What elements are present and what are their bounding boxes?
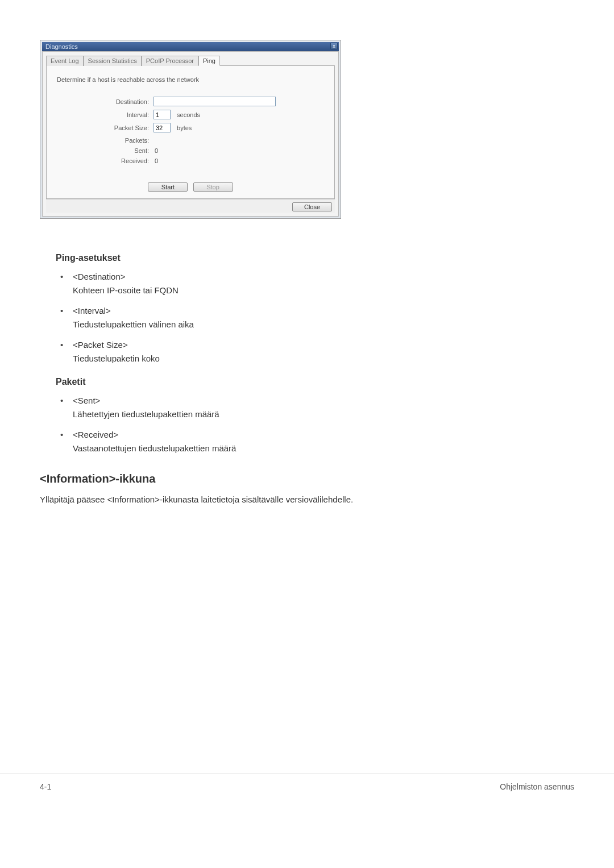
close-button[interactable]: Close <box>292 202 332 211</box>
packetsize-input[interactable] <box>154 123 171 132</box>
interval-unit: seconds <box>177 111 200 118</box>
sent-label: Sent: <box>57 147 154 154</box>
interval-input[interactable] <box>154 110 171 119</box>
list-item: <Sent> Lähetettyjen tiedustelupakettien … <box>60 394 574 421</box>
received-label: Received: <box>57 157 154 164</box>
information-ikkuna-heading: <Information>-ikkuna <box>40 472 574 485</box>
ping-settings-list: <Destination> Kohteen IP-osoite tai FQDN… <box>56 270 574 366</box>
dialog-titlebar: Diagnostics x <box>42 42 339 51</box>
close-icon[interactable]: x <box>330 43 338 49</box>
packets-label: Packets: <box>57 137 154 144</box>
term-destination: <Destination> <box>73 270 574 284</box>
tab-ping-body: Determine if a host is reachable across … <box>46 66 335 199</box>
packetsize-unit: bytes <box>177 124 192 131</box>
section-paketit-title: Paketit <box>56 377 574 387</box>
def-sent: Lähetettyjen tiedustelupakettien määrä <box>73 408 574 421</box>
tab-session-statistics[interactable]: Session Statistics <box>84 56 142 66</box>
information-paragraph: Ylläpitäjä pääsee <Information>-ikkunast… <box>40 493 574 506</box>
tab-pcoip-processor[interactable]: PCoIP Processor <box>142 56 198 66</box>
tab-event-log[interactable]: Event Log <box>46 56 84 66</box>
term-received: <Received> <box>73 428 574 442</box>
def-received: Vastaanotettujen tiedustelupakettien mää… <box>73 442 574 455</box>
term-packet-size: <Packet Size> <box>73 338 574 352</box>
received-value: 0 <box>154 157 158 164</box>
destination-input[interactable] <box>154 97 276 106</box>
list-item: <Interval> Tiedustelupakettien välinen a… <box>60 304 574 331</box>
start-button[interactable]: Start <box>148 182 188 192</box>
term-sent: <Sent> <box>73 394 574 408</box>
def-interval: Tiedustelupakettien välinen aika <box>73 318 574 331</box>
list-item: <Received> Vastaanotettujen tiedustelupa… <box>60 428 574 455</box>
page-footer: 4-1 Ohjelmiston asennus <box>0 774 614 808</box>
packetsize-label: Packet Size: <box>57 124 154 131</box>
tab-ping[interactable]: Ping <box>198 56 220 66</box>
destination-label: Destination: <box>57 98 154 105</box>
footer-page-number: 4-1 <box>40 782 51 791</box>
def-packet-size: Tiedustelupaketin koko <box>73 352 574 366</box>
diagnostics-dialog: Diagnostics x Event Log Session Statisti… <box>40 40 341 219</box>
dialog-body: Event Log Session Statistics PCoIP Proce… <box>42 51 339 217</box>
sent-value: 0 <box>154 147 158 154</box>
tab-row: Event Log Session Statistics PCoIP Proce… <box>46 55 335 66</box>
section-ping-asetukset-title: Ping-asetukset <box>56 253 574 263</box>
stop-button[interactable]: Stop <box>193 182 233 192</box>
list-item: <Destination> Kohteen IP-osoite tai FQDN <box>60 270 574 297</box>
dialog-title: Diagnostics <box>45 43 78 50</box>
ping-description: Determine if a host is reachable across … <box>57 76 324 83</box>
interval-label: Interval: <box>57 111 154 118</box>
def-destination: Kohteen IP-osoite tai FQDN <box>73 284 574 297</box>
footer-section-title: Ohjelmiston asennus <box>500 782 574 791</box>
list-item: <Packet Size> Tiedustelupaketin koko <box>60 338 574 366</box>
term-interval: <Interval> <box>73 304 574 318</box>
packets-list: <Sent> Lähetettyjen tiedustelupakettien … <box>56 394 574 455</box>
